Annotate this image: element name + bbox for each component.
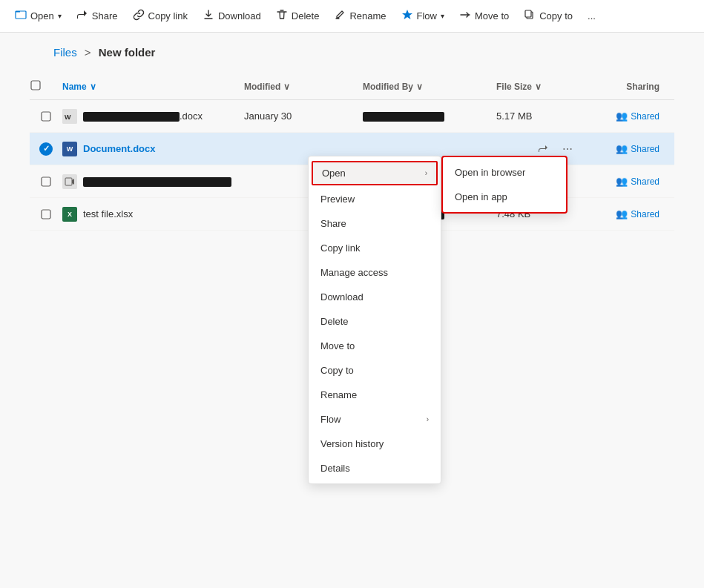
open-chevron: ▾	[58, 12, 62, 20]
file-name-cell-3	[62, 174, 244, 189]
context-delete-label: Delete	[320, 316, 349, 327]
more-button[interactable]: ...	[582, 6, 602, 26]
download-label: Download	[218, 10, 261, 22]
file-list-header: Name ∨ Modified ∨ Modified By ∨ File Siz…	[30, 73, 674, 100]
svg-rect-10	[42, 210, 50, 219]
moveto-icon	[459, 9, 471, 23]
copyto-label: Copy to	[539, 10, 573, 22]
context-menu: Open › Preview Share Copy link Manage ac…	[308, 156, 441, 484]
file-name-cell-2: W Document.docx	[62, 142, 244, 156]
open-submenu-chevron: ›	[425, 169, 427, 177]
flow-label: Flow	[417, 10, 437, 22]
share-badge-icon-3: 👥	[616, 176, 628, 187]
submenu-openinbrowser[interactable]: Open in browser	[443, 160, 566, 185]
file-modified-1: January 30	[244, 110, 363, 122]
word-icon-2: W	[62, 142, 77, 156]
modified-sort-icon: ∨	[283, 82, 290, 92]
copylink-button[interactable]: Copy link	[127, 4, 194, 27]
context-share-label: Share	[320, 218, 346, 229]
open-label: Open	[30, 10, 54, 22]
context-copylink-label: Copy link	[320, 242, 360, 254]
open-button[interactable]: Open ▾	[9, 4, 68, 27]
context-copyto-label: Copy to	[320, 365, 354, 376]
doc-icon-1: W	[62, 109, 77, 124]
col-modifiedby-header[interactable]: Modified By ∨	[363, 82, 496, 92]
col-name-header[interactable]: Name ∨	[62, 82, 244, 92]
context-menu-preview[interactable]: Preview	[309, 187, 441, 211]
context-download-label: Download	[320, 291, 363, 303]
row-checkbox-4[interactable]	[30, 208, 62, 220]
svg-rect-3	[525, 10, 531, 17]
copyto-icon	[524, 9, 536, 23]
rename-button[interactable]: Rename	[328, 4, 392, 27]
sharing-label-1: Shared	[631, 111, 659, 122]
context-menu-download[interactable]: Download	[309, 285, 441, 309]
file-modifiedby-1	[363, 110, 496, 122]
svg-text:W: W	[65, 113, 71, 121]
sharing-label-4: Shared	[631, 209, 659, 219]
file-name-2: Document.docx	[83, 143, 156, 154]
modifiedby-sort-icon: ∨	[416, 82, 423, 92]
more-label: ...	[588, 10, 596, 22]
share-icon	[76, 9, 88, 23]
context-menu-rename[interactable]: Rename	[309, 383, 441, 407]
col-filesize-header[interactable]: File Size ∨	[496, 82, 585, 92]
video-icon-3	[62, 174, 77, 189]
flow-submenu-chevron: ›	[427, 415, 429, 423]
context-menu-copylink[interactable]: Copy link	[309, 236, 441, 260]
delete-button[interactable]: Delete	[270, 4, 326, 27]
submenu-openinapp[interactable]: Open in app	[443, 185, 566, 209]
flow-button[interactable]: Flow ▾	[395, 4, 450, 27]
openinapp-label: Open in app	[455, 191, 507, 202]
rename-label: Rename	[349, 10, 386, 22]
svg-rect-4	[31, 81, 40, 90]
share-button[interactable]: Share	[70, 4, 124, 27]
context-menu-details[interactable]: Details	[309, 456, 441, 480]
context-manageaccess-label: Manage access	[320, 267, 388, 278]
context-menu-flow[interactable]: Flow ›	[309, 407, 441, 432]
flow-icon	[401, 9, 413, 23]
context-moveto-label: Move to	[320, 340, 355, 351]
context-menu-copyto[interactable]: Copy to	[309, 358, 441, 383]
svg-rect-8	[42, 177, 50, 186]
selected-checkmark	[39, 142, 53, 156]
context-menu-versionhistory[interactable]: Version history	[309, 432, 441, 456]
share-badge-icon-4: 👥	[616, 208, 628, 219]
file-name-1: .docx	[83, 110, 203, 122]
delete-icon	[276, 9, 288, 23]
context-menu-manageaccess[interactable]: Manage access	[309, 260, 441, 285]
context-menu-share[interactable]: Share	[309, 211, 441, 236]
context-menu-moveto[interactable]: Move to	[309, 334, 441, 358]
sharing-badge-3: 👥 Shared	[616, 176, 674, 187]
col-modified-header[interactable]: Modified ∨	[244, 82, 363, 92]
copylink-label: Copy link	[148, 10, 188, 22]
copyto-button[interactable]: Copy to	[518, 4, 579, 27]
table-row[interactable]: W .docx January 30 5.17 MB 👥 Shared	[30, 100, 674, 133]
link-icon	[133, 9, 145, 23]
sharing-badge-4: 👥 Shared	[616, 208, 674, 219]
breadcrumb-parent[interactable]: Files	[53, 46, 77, 59]
context-rename-label: Rename	[320, 389, 357, 400]
row-checkbox-3[interactable]	[30, 176, 62, 188]
share-label: Share	[92, 10, 118, 22]
sharing-label-3: Shared	[631, 176, 659, 187]
breadcrumb-current: New folder	[99, 46, 156, 59]
rename-icon	[334, 9, 346, 23]
checkbox-col-header	[30, 79, 62, 93]
download-button[interactable]: Download	[197, 4, 267, 27]
download-icon	[203, 9, 214, 23]
col-sharing-header: Sharing	[626, 82, 674, 92]
context-menu-delete[interactable]: Delete	[309, 309, 441, 334]
file-size-1: 5.17 MB	[496, 110, 585, 122]
file-name-3	[83, 176, 231, 187]
excel-icon-4: X	[62, 207, 77, 222]
svg-rect-5	[42, 112, 50, 121]
row-checkbox-1[interactable]	[30, 110, 62, 122]
moveto-button[interactable]: Move to	[453, 4, 515, 27]
sharing-badge-1: 👥 Shared	[616, 110, 674, 122]
context-menu-open[interactable]: Open ›	[313, 162, 436, 184]
row-checkbox-2[interactable]	[30, 142, 62, 156]
context-flow-label: Flow	[320, 414, 341, 425]
file-name-4: test file.xlsx	[83, 208, 133, 219]
open-icon	[15, 9, 27, 23]
